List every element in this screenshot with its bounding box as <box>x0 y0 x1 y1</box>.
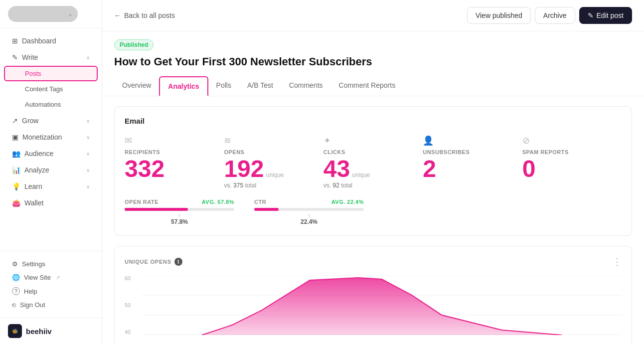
tab-polls[interactable]: Polls <box>208 76 239 96</box>
edit-icon: ✎ <box>588 11 594 19</box>
metric-unsubscribes: 👤 UNSUBSCRIBES 2 <box>423 135 522 189</box>
post-title: How to Get Your First 300 Newsletter Sub… <box>114 55 632 68</box>
tab-ab-test[interactable]: A/B Test <box>239 76 281 96</box>
chevron-down-icon: ∨ <box>86 118 90 124</box>
sidebar-item-monetization[interactable]: ▣ Monetization ∨ <box>4 129 98 145</box>
analytics-content: Email ✉ RECIPIENTS 332 ≋ OPENS 192 uniqu… <box>102 96 644 344</box>
metrics-row: ✉ RECIPIENTS 332 ≋ OPENS 192 unique vs. … <box>125 135 622 189</box>
sidebar-item-automations[interactable]: Automations <box>4 97 98 112</box>
chevron-down-icon: ∨ <box>86 184 90 189</box>
view-site-icon: 🌐 <box>12 274 20 281</box>
sidebar-item-label: Grow <box>22 117 38 125</box>
dashboard-icon: ⊞ <box>12 37 18 45</box>
view-site-link[interactable]: 🌐 View Site ↗ <box>8 271 94 284</box>
brand-name: beehiiv <box>26 327 52 336</box>
analyze-icon: 📊 <box>12 166 20 174</box>
unique-opens-section: UNIQUE OPENS i ⋮ 60 50 40 <box>114 246 632 344</box>
sidebar-item-write[interactable]: ✎ Write ∧ <box>4 49 98 65</box>
archive-button[interactable]: Archive <box>535 7 575 24</box>
ctr-label: CTR <box>254 199 266 205</box>
ctr-bar: CTR Avg. 22.4% ↑ 22.4% <box>254 199 364 225</box>
sidebar-bottom: ⚙ Settings 🌐 View Site ↗ ? Help ⎋ Sign O… <box>0 251 102 318</box>
sidebar-item-label: Wallet <box>24 199 43 207</box>
open-rate-header: OPEN RATE Avg. 57.8% <box>125 199 234 205</box>
sidebar-item-label: Monetization <box>22 133 62 141</box>
settings-icon: ⚙ <box>12 260 18 268</box>
arrow-left-icon: ← <box>114 11 121 19</box>
sidebar-item-content-tags[interactable]: Content Tags <box>4 81 98 97</box>
clicks-icon: ✦ <box>323 135 413 146</box>
open-rate-value: 57.8% <box>171 218 188 225</box>
workspace-switcher[interactable]: ⌄ <box>8 6 78 22</box>
unique-opens-header: UNIQUE OPENS i ⋮ <box>125 256 622 267</box>
posts-label: Posts <box>25 70 41 77</box>
chevron-down-icon: ⌄ <box>68 10 73 17</box>
sidebar-item-learn[interactable]: 💡 Learn ∨ <box>4 178 98 194</box>
sidebar-item-posts[interactable]: Posts <box>4 66 98 81</box>
rate-bars: OPEN RATE Avg. 57.8% ↑ 57.8% <box>125 199 622 225</box>
main-content: ← Back to all posts View published Archi… <box>102 0 644 344</box>
tab-comment-reports[interactable]: Comment Reports <box>331 76 404 96</box>
y-label-40: 40 <box>125 329 140 335</box>
ctr-indicator: ↑ 22.4% <box>254 213 364 225</box>
more-options-button[interactable]: ⋮ <box>613 256 622 267</box>
sidebar-item-label: Dashboard <box>22 37 56 45</box>
settings-link[interactable]: ⚙ Settings <box>8 257 94 271</box>
chevron-down-icon: ∨ <box>86 151 90 157</box>
ctr-value: 22.4% <box>301 218 318 225</box>
spam-label: SPAM REPORTS <box>522 149 612 155</box>
chart-y-labels: 60 50 40 <box>125 275 140 335</box>
opens-label: OPENS <box>224 149 313 155</box>
brand-area: 🐝 beehiiv <box>0 318 102 344</box>
ctr-header: CTR Avg. 22.4% <box>254 199 364 205</box>
settings-label: Settings <box>22 260 45 268</box>
sidebar-item-analyze[interactable]: 📊 Analyze ∨ <box>4 162 98 178</box>
sidebar-item-dashboard[interactable]: ⊞ Dashboard <box>4 33 98 49</box>
sidebar-item-label: Audience <box>24 150 53 158</box>
open-rate-avg: Avg. 57.8% <box>202 199 234 205</box>
tab-analytics[interactable]: Analytics <box>159 76 208 96</box>
post-header: Published How to Get Your First 300 News… <box>102 31 644 76</box>
help-label: Help <box>24 288 37 295</box>
clicks-label: CLICKS <box>323 149 413 155</box>
spam-value: 0 <box>522 157 612 181</box>
view-published-button[interactable]: View published <box>467 7 531 24</box>
external-link-icon: ↗ <box>56 275 60 280</box>
monetization-icon: ▣ <box>12 133 18 141</box>
sidebar-item-wallet[interactable]: 👛 Wallet <box>4 195 98 211</box>
view-site-label: View Site <box>24 274 51 281</box>
status-badge: Published <box>114 39 154 50</box>
open-rate-label: OPEN RATE <box>125 199 159 205</box>
sign-out-link[interactable]: ⎋ Sign Out <box>8 298 94 312</box>
clicks-unique: unique <box>352 172 370 178</box>
tab-comments[interactable]: Comments <box>281 76 331 96</box>
chart-inner <box>142 275 622 335</box>
sidebar-item-grow[interactable]: ↗ Grow ∨ <box>4 113 98 129</box>
audience-icon: 👥 <box>12 150 20 158</box>
write-icon: ✎ <box>12 53 18 61</box>
help-link[interactable]: ? Help <box>8 284 94 298</box>
open-rate-arrow: ↑ <box>171 213 188 218</box>
unique-opens-title: UNIQUE OPENS i <box>125 258 182 266</box>
content-tags-label: Content Tags <box>25 85 63 93</box>
chart-svg <box>142 275 622 335</box>
sidebar-item-label: Analyze <box>24 166 49 174</box>
metric-recipients: ✉ RECIPIENTS 332 <box>125 135 224 189</box>
wallet-icon: 👛 <box>12 199 20 207</box>
brand-icon: 🐝 <box>8 324 22 338</box>
chevron-down-icon: ∨ <box>86 135 90 140</box>
sidebar-item-label: Learn <box>24 182 42 190</box>
opens-value: 192 <box>224 157 264 181</box>
recipients-value: 332 <box>125 157 214 181</box>
opens-unique: unique <box>266 172 284 178</box>
recipients-icon: ✉ <box>125 135 214 146</box>
y-label-50: 50 <box>125 302 140 308</box>
sidebar-item-audience[interactable]: 👥 Audience ∨ <box>4 146 98 162</box>
edit-post-button[interactable]: ✎ Edit post <box>579 7 632 24</box>
email-section-title: Email <box>125 117 622 125</box>
chevron-up-icon: ∧ <box>86 55 90 60</box>
tab-overview[interactable]: Overview <box>114 76 159 96</box>
info-icon[interactable]: i <box>174 258 182 266</box>
ctr-track <box>254 208 364 211</box>
back-to-posts-link[interactable]: ← Back to all posts <box>114 11 175 19</box>
